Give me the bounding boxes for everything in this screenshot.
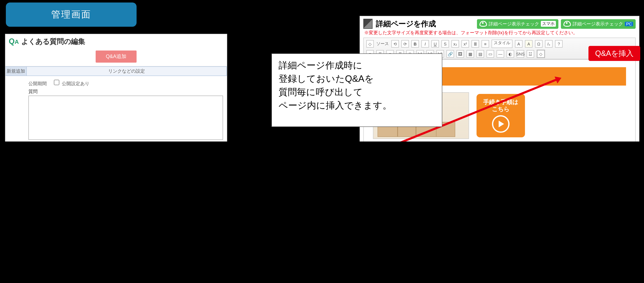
toolbar-strike-icon[interactable]: S [442,40,449,48]
qa-icon: QA [9,37,19,46]
toolbar-image-icon[interactable]: ▤ [476,50,484,58]
toolbar-qa-insert-icon[interactable]: ◇ [537,50,545,58]
preview-pc-button[interactable]: 詳細ページ表示チェック PC [561,19,636,28]
cta-button[interactable]: 手続き手順はこちら [476,94,525,137]
period-checkbox[interactable] [54,80,59,85]
period-checkbox-label[interactable]: 公開設定あり [52,78,89,87]
toolbar-sup-icon[interactable]: x² [462,40,469,48]
toolbar-sns-icon[interactable]: SNS [516,50,524,58]
toolbar-omega-icon[interactable]: Ω [535,40,542,48]
toolbar-underline-icon[interactable]: U [432,40,439,48]
question-textarea[interactable] [28,96,223,140]
toolbar-source-icon[interactable]: ◇ [366,40,374,48]
form-area: 公開期間 公開設定あり 質問 回答 公開 非公開 どちらかを設定してください リ… [6,76,227,141]
play-icon [492,115,510,133]
page-icon [363,19,372,29]
tab-link-settings[interactable]: リンクなどの設定 [27,67,227,75]
faq-title-text: よくある質問の編集 [21,37,85,46]
period-label: 公開期間 [28,81,47,87]
toolbar-image-icon[interactable]: 🖼 [456,50,464,58]
explanation-callout: 詳細ページ作成時に登録しておいたQ&Aを質問毎に呼び出してページ内に挿入できます… [272,53,442,127]
toolbar-fontcolor-icon[interactable]: A [515,40,522,48]
toolbar-hr-icon[interactable]: — [496,50,504,58]
faq-title: QA よくある質問の編集 [6,34,227,48]
toolbar-link-icon[interactable]: 🔗 [446,50,454,58]
toolbar-italic-icon[interactable]: I [422,40,429,48]
preview-smartphone-button[interactable]: 詳細ページ表示チェック スマホ [477,19,558,28]
warning-text: ※変更した文字サイズを再度変更する場合は、フォーマット削除(Ix)を行ってから再… [360,30,639,37]
eye-icon [480,21,487,27]
toolbar-help-icon[interactable]: ? [555,40,562,48]
toolbar-table-icon[interactable]: ▦ [466,50,474,58]
tab-row: 新規追加 リンクなどの設定 [6,66,227,76]
tab-new[interactable]: 新規追加 [6,67,27,75]
toolbar-misc-icon[interactable]: ▭ [486,50,494,58]
toolbar-list-icon[interactable]: ≣ [472,40,479,48]
faq-edit-window: QA よくある質問の編集 Q&A追加 新規追加 リンクなどの設定 公開期間 公開… [5,34,227,141]
toolbar-style-select[interactable]: スタイル [492,40,512,48]
toolbar-bgcolor-icon[interactable]: A [525,40,532,48]
qa-add-button[interactable]: Q&A追加 [96,50,136,63]
detail-page-title: 詳細ページを作成 [376,19,436,29]
toolbar-sub-icon[interactable]: x₂ [452,40,459,48]
toolbar-btn[interactable]: ⟲ [391,40,399,48]
insert-qa-bubble: Q&Aを挿入 [588,46,640,61]
toolbar-misc-icon[interactable]: ☳ [527,50,534,58]
toolbar-half-icon[interactable]: ◐ [506,50,514,58]
toolbar-btn[interactable]: ⟳ [401,40,409,48]
toolbar-list-icon[interactable]: ≡ [482,40,489,48]
question-label: 質問 [28,89,38,94]
toolbar-clear-icon[interactable]: Iₓ [545,40,552,48]
toolbar-bold-icon[interactable]: B [411,40,419,48]
eye-icon [564,21,571,27]
admin-badge: 管理画面 [6,2,136,27]
